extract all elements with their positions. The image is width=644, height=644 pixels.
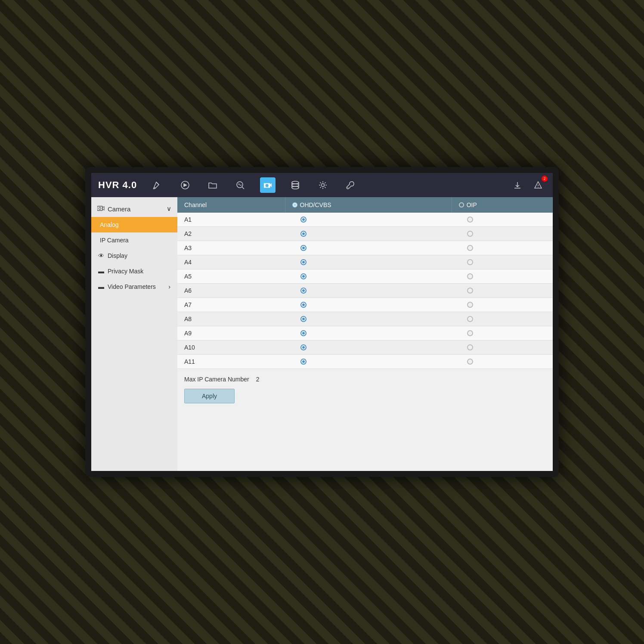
hd-cvbs-cell [285, 227, 452, 241]
ip-radio[interactable] [467, 231, 473, 237]
svg-rect-18 [97, 206, 102, 211]
ip-radio[interactable] [467, 344, 473, 350]
ip-radio[interactable] [467, 330, 473, 336]
alert-icon[interactable]: 2 [530, 177, 546, 193]
hd-cvbs-cell [285, 312, 452, 326]
table-row: A6 [177, 284, 553, 298]
hd-cvbs-cell [285, 255, 452, 269]
ip-radio[interactable] [467, 302, 473, 308]
settings-icon[interactable] [315, 177, 331, 193]
footer-area: Max IP Camera Number 2 Apply [177, 369, 553, 410]
channel-cell: A7 [177, 298, 285, 312]
ip-cell [452, 284, 552, 298]
apply-button[interactable]: Apply [184, 389, 235, 403]
topbar: HVR 4.0 [91, 173, 553, 197]
chevron-down-icon: ∨ [167, 205, 171, 213]
table-row: A5 [177, 269, 553, 284]
ip-cell [452, 241, 552, 255]
ip-radio[interactable] [467, 245, 473, 251]
hd-cvbs-cell [285, 326, 452, 341]
right-icons: 2 [510, 177, 546, 193]
table-row: A4 [177, 255, 553, 269]
camera-icon[interactable] [260, 177, 276, 193]
hd-cvbs-cell [285, 298, 452, 312]
hd-cvbs-radio[interactable] [300, 288, 307, 294]
hd-cvbs-header: OHD/CVBS [285, 197, 452, 213]
ip-cell [452, 269, 552, 284]
main-content: Camera ∨ Analog IP Camera 👁 Display ▬ Pr… [91, 197, 553, 471]
hd-cvbs-radio[interactable] [300, 316, 307, 322]
svg-point-11 [292, 184, 299, 186]
table-row: A8 [177, 312, 553, 326]
channel-cell: A10 [177, 341, 285, 355]
channel-cell: A1 [177, 213, 285, 227]
alert-badge: 2 [542, 176, 548, 182]
hd-cvbs-radio[interactable] [300, 245, 307, 251]
hd-cvbs-radio[interactable] [300, 302, 307, 308]
privacy-mask-icon: ▬ [98, 268, 104, 275]
nav-icons [150, 177, 510, 193]
hd-cvbs-radio[interactable] [300, 344, 307, 350]
video-params-icon: ▬ [98, 283, 104, 290]
sidebar-item-privacy-mask[interactable]: ▬ Privacy Mask [91, 263, 177, 279]
table-row: A2 [177, 227, 553, 241]
monitor: HVR 4.0 [85, 167, 559, 477]
hd-cvbs-radio[interactable] [300, 259, 307, 265]
channel-cell: A8 [177, 312, 285, 326]
hd-cvbs-radio[interactable] [300, 359, 307, 365]
ip-radio[interactable] [467, 288, 473, 294]
storage-icon[interactable] [288, 177, 303, 193]
ip-radio[interactable] [467, 359, 473, 365]
wrench-icon[interactable] [343, 177, 358, 193]
table-row: A1 [177, 213, 553, 227]
table-row: A3 [177, 241, 553, 255]
content-panel: Channel OHD/CVBS [177, 197, 553, 471]
sidebar: Camera ∨ Analog IP Camera 👁 Display ▬ Pr… [91, 197, 177, 471]
pencil-icon[interactable] [150, 177, 165, 193]
screen: HVR 4.0 [91, 173, 553, 471]
svg-line-0 [156, 182, 159, 185]
sidebar-item-analog[interactable]: Analog [91, 217, 177, 232]
search-icon[interactable] [232, 177, 248, 193]
svg-marker-9 [270, 183, 272, 187]
table-row: A11 [177, 355, 553, 369]
ip-cell [452, 298, 552, 312]
channel-cell: A3 [177, 241, 285, 255]
display-icon: 👁 [98, 252, 104, 259]
hd-cvbs-radio[interactable] [300, 330, 307, 336]
svg-point-19 [99, 207, 101, 209]
sidebar-item-ip-camera[interactable]: IP Camera [91, 232, 177, 248]
ip-radio[interactable] [467, 273, 473, 279]
ip-cell [452, 326, 552, 341]
channel-cell: A2 [177, 227, 285, 241]
hd-cvbs-radio[interactable] [300, 231, 307, 237]
channel-cell: A5 [177, 269, 285, 284]
camera-label: Camera [108, 205, 130, 213]
svg-point-10 [292, 181, 299, 184]
ip-cell [452, 227, 552, 241]
hd-cvbs-radio[interactable] [300, 273, 307, 279]
hd-cvbs-cell [285, 269, 452, 284]
sidebar-camera-header[interactable]: Camera ∨ [91, 201, 177, 217]
ip-radio[interactable] [467, 316, 473, 322]
app-title: HVR 4.0 [98, 180, 137, 191]
svg-point-17 [538, 187, 538, 187]
sidebar-item-video-parameters[interactable]: ▬ Video Parameters › [91, 279, 177, 294]
ip-radio[interactable] [467, 217, 473, 223]
channel-cell: A9 [177, 326, 285, 341]
ip-header-radio[interactable] [459, 202, 464, 207]
folder-icon[interactable] [205, 177, 220, 193]
sidebar-item-display[interactable]: 👁 Display [91, 248, 177, 263]
playback-icon[interactable] [177, 177, 193, 193]
download-icon[interactable] [510, 177, 525, 193]
svg-point-14 [347, 187, 348, 188]
ip-radio[interactable] [467, 259, 473, 265]
max-ip-label: Max IP Camera Number [184, 376, 249, 383]
ip-cell [452, 213, 552, 227]
ip-cell [452, 355, 552, 369]
hd-cvbs-header-radio[interactable] [292, 202, 297, 207]
hd-cvbs-cell [285, 341, 452, 355]
table-row: A9 [177, 326, 553, 341]
max-ip-value: 2 [256, 376, 260, 383]
hd-cvbs-radio[interactable] [300, 217, 307, 223]
